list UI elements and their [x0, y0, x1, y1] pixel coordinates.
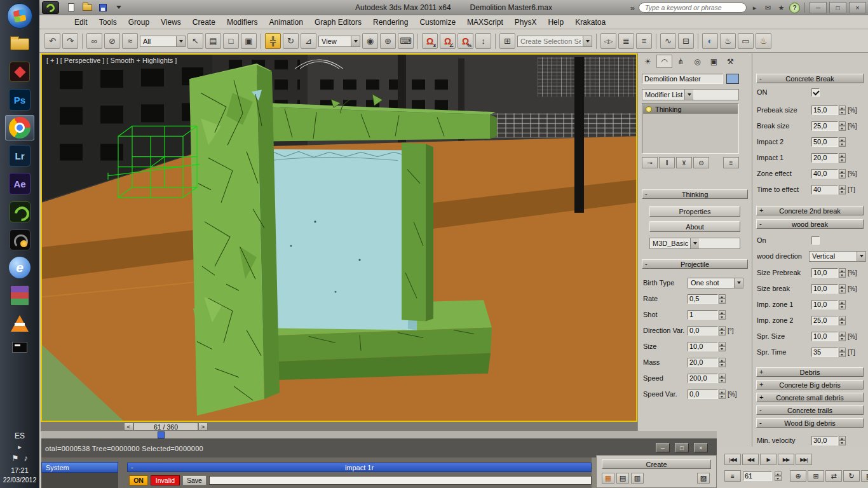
size-break-input[interactable] — [811, 284, 838, 294]
menu-help[interactable]: Help — [542, 18, 569, 27]
tp-save-button[interactable]: Save — [182, 475, 207, 485]
language-indicator[interactable]: ES — [15, 431, 25, 440]
columns-tool-button[interactable]: ▥ — [631, 473, 644, 484]
zoom-button[interactable]: ⊕ — [790, 470, 806, 482]
birth-type-dropdown[interactable]: One shot — [688, 278, 743, 288]
selection-filter-dropdown[interactable]: All — [140, 36, 186, 47]
spinner[interactable] — [839, 121, 846, 131]
chevron-down-icon[interactable] — [734, 278, 743, 288]
search-go-button[interactable]: ▸ — [749, 2, 760, 13]
prebreak-size-input[interactable] — [811, 105, 838, 115]
favorites-button[interactable]: ★ — [776, 2, 787, 13]
menu-graph-editors[interactable]: Graph Editors — [309, 18, 367, 27]
menu-maxscript[interactable]: MAXScript — [461, 18, 509, 27]
3dsmax-logo-icon[interactable] — [42, 1, 59, 14]
menu-group[interactable]: Group — [123, 18, 155, 27]
redo-button[interactable]: ↷ — [62, 33, 78, 49]
unlink-selection-button[interactable]: ⊘ — [104, 33, 120, 49]
angle-snap-button[interactable]: Ω∠ — [440, 33, 456, 49]
bind-to-spacewarp-button[interactable]: ≈ — [122, 33, 138, 49]
viewport-label[interactable]: [ + ] [ Perspective ] [ Smooth + Highlig… — [46, 57, 177, 64]
wood-direction-dropdown[interactable]: Vertical — [809, 251, 866, 262]
winrar-taskbar-button[interactable] — [5, 283, 34, 308]
tab-display[interactable]: ▣ — [706, 55, 722, 68]
current-frame-input[interactable] — [743, 471, 772, 481]
console-taskbar-button[interactable] — [5, 339, 34, 355]
keyframe-marker[interactable] — [158, 431, 165, 438]
layer-manager-button[interactable]: ≡ — [636, 33, 652, 49]
spinner[interactable] — [719, 310, 726, 320]
tp-system-tab[interactable]: System — [41, 462, 118, 473]
reference-coordinate-dropdown[interactable]: View — [318, 36, 360, 47]
rendered-frame-window-button[interactable]: ▭ — [738, 33, 754, 49]
spinner[interactable] — [839, 332, 846, 341]
pin-stack-button[interactable]: ⊸ — [642, 157, 658, 168]
grid-tool-button[interactable]: ▦ — [602, 473, 614, 484]
select-and-link-button[interactable]: ∞ — [86, 33, 102, 49]
next-frame-button[interactable]: ▶▶ — [778, 454, 794, 465]
speed-var-input[interactable] — [688, 390, 718, 399]
spinner[interactable] — [839, 284, 846, 294]
rollout-wood-big-debris[interactable]: -Wood Big debris — [756, 418, 864, 428]
rollout-concrete-trails[interactable]: -Concrete trails — [756, 405, 864, 415]
volume-icon[interactable]: ♪ — [24, 454, 27, 463]
rollout-concrete-2nd-break[interactable]: +Concrete 2nd break — [756, 206, 864, 215]
key-filters-button[interactable]: ≡ — [724, 470, 741, 482]
curve-editor-button[interactable]: ∿ — [660, 33, 676, 49]
menu-physx[interactable]: PhysX — [509, 18, 543, 27]
modifier-stack[interactable]: Thinking — [642, 103, 739, 154]
tp-close-button[interactable]: × — [694, 443, 708, 452]
schematic-view-button[interactable]: ⊟ — [678, 33, 694, 49]
photoshop-taskbar-button[interactable]: Ps — [5, 87, 34, 112]
zoom-extents-button[interactable]: ⊞ — [808, 470, 824, 482]
object-name-input[interactable] — [642, 74, 723, 84]
spr-time-input[interactable] — [811, 348, 838, 357]
mass-input[interactable] — [688, 358, 718, 367]
media-player-taskbar-button[interactable] — [5, 59, 34, 85]
spr-size-input[interactable] — [811, 332, 838, 341]
menu-views[interactable]: Views — [155, 18, 187, 27]
go-to-start-button[interactable]: |◀◀ — [724, 454, 741, 465]
spinner[interactable] — [839, 300, 846, 309]
size-prebreak-input[interactable] — [811, 268, 838, 278]
menu-edit[interactable]: Edit — [69, 18, 93, 27]
tab-modify[interactable]: ◠ — [656, 55, 672, 68]
overflow-chevron-icon[interactable]: » — [629, 3, 636, 13]
use-pivot-center-button[interactable]: ◉ — [362, 33, 378, 49]
menu-customize[interactable]: Customize — [414, 18, 461, 27]
select-by-name-button[interactable]: ▤ — [205, 33, 221, 49]
rate-input[interactable] — [688, 294, 718, 304]
about-button[interactable]: About — [649, 221, 740, 232]
modifier-stack-item[interactable]: Thinking — [643, 104, 738, 114]
named-selection-dropdown[interactable]: Create Selection Se — [517, 36, 592, 47]
clock[interactable]: 17:21 22/03/2012 — [3, 465, 37, 485]
spinner[interactable] — [719, 326, 726, 336]
render-production-button[interactable]: ♨ — [756, 33, 771, 49]
tp-maximize-button[interactable]: □ — [675, 443, 689, 452]
menu-rendering[interactable]: Rendering — [367, 18, 414, 27]
size-input[interactable] — [688, 342, 718, 351]
imp-zone1-input[interactable] — [811, 300, 838, 309]
chevron-down-icon[interactable] — [857, 252, 865, 261]
preset-dropdown[interactable]: M3D_Basic — [649, 238, 740, 249]
concrete-on-checkbox[interactable] — [811, 88, 820, 97]
audio-app-taskbar-button[interactable] — [5, 227, 34, 252]
time-slider-track[interactable]: < 61 / 360 > — [41, 422, 637, 431]
chevron-down-icon[interactable] — [351, 36, 360, 46]
make-unique-button[interactable]: ⊻ — [676, 157, 692, 168]
menu-tools[interactable]: Tools — [93, 18, 123, 27]
tp-minimize-button[interactable]: ─ — [656, 443, 670, 452]
tp-impact-rollout[interactable]: - impact 1r — [127, 463, 592, 472]
close-button[interactable]: × — [849, 2, 866, 13]
speed-input[interactable] — [688, 374, 718, 383]
tp-invalid-button[interactable]: Invalid — [151, 475, 180, 485]
time-slider-next-button[interactable]: > — [198, 423, 208, 431]
impact1-input[interactable] — [811, 153, 838, 163]
configure-modifier-sets-button[interactable]: ≡ — [723, 157, 739, 168]
3dsmax-taskbar-button[interactable] — [5, 199, 34, 224]
chevron-down-icon[interactable] — [583, 36, 592, 46]
chevron-down-icon[interactable] — [690, 238, 699, 248]
spinner[interactable] — [839, 137, 846, 147]
spinner[interactable] — [719, 374, 726, 383]
time-slider-handle[interactable]: 61 / 360 — [133, 423, 198, 431]
